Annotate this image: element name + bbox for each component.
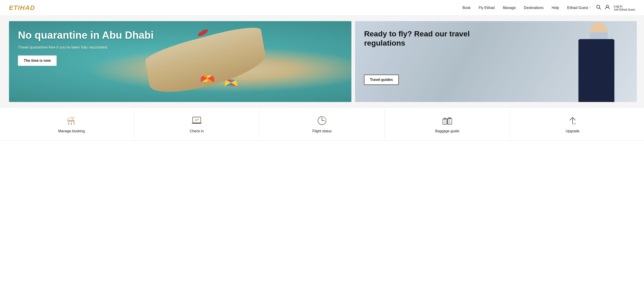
hero-main-cta-button[interactable]: The time is now	[18, 56, 56, 66]
upgrade-icon	[567, 115, 578, 126]
flight-status-label: Flight status	[312, 129, 332, 133]
svg-point-5	[68, 123, 69, 124]
nav-fly-etihad[interactable]: Fly Etihad	[479, 6, 495, 10]
manage-booking-icon	[66, 115, 77, 126]
travel-guides-button[interactable]: Travel guides	[364, 75, 398, 85]
quick-links-section: Manage booking Check in	[0, 107, 644, 141]
main-nav: Book Fly Etihad Manage Destinations Help…	[462, 6, 591, 10]
etihad-logo[interactable]: ETIHAD	[9, 4, 35, 12]
manage-booking-label: Manage booking	[58, 129, 85, 133]
svg-rect-21	[448, 119, 448, 124]
svg-point-7	[71, 124, 72, 124]
site-header: ETIHAD Book Fly Etihad Manage Destinatio…	[0, 0, 644, 16]
nav-book[interactable]: Book	[462, 6, 470, 10]
svg-point-9	[74, 122, 74, 123]
user-icon[interactable]	[605, 5, 610, 11]
quick-link-upgrade[interactable]: Upgrade	[510, 108, 635, 140]
svg-point-23	[574, 123, 576, 124]
nav-manage[interactable]: Manage	[503, 6, 516, 10]
baggage-guide-label: Baggage guide	[435, 129, 460, 133]
header-right: Log in Join Etihad Guest	[596, 5, 635, 11]
flight-status-icon	[316, 115, 328, 126]
hero-side-title: Ready to fly? Read our travel regulation…	[364, 29, 509, 48]
hero-main-title: No quarantine in Abu Dhabi	[18, 29, 196, 41]
hero-main-content: No quarantine in Abu Dhabi Travel quaran…	[9, 21, 352, 102]
quick-link-flight-status[interactable]: Flight status	[260, 108, 385, 140]
check-in-icon	[191, 115, 202, 126]
quick-link-check-in[interactable]: Check in	[134, 108, 260, 140]
svg-rect-19	[448, 118, 451, 119]
upgrade-label: Upgrade	[566, 129, 579, 133]
nav-help[interactable]: Help	[552, 6, 559, 10]
svg-point-2	[606, 5, 608, 8]
svg-line-1	[599, 8, 601, 9]
external-link-icon: ↗	[589, 6, 591, 9]
check-in-label: Check in	[190, 129, 204, 133]
baggage-guide-icon	[442, 115, 453, 126]
quick-link-baggage-guide[interactable]: Baggage guide	[385, 108, 510, 140]
search-icon[interactable]	[596, 5, 601, 11]
hero-side-content: Ready to fly? Read our travel regulation…	[355, 21, 637, 102]
hero-main-subtitle: Travel quarantine-free if you've been fu…	[18, 45, 180, 50]
login-label: Log in	[614, 5, 622, 8]
svg-rect-10	[193, 117, 201, 123]
quick-link-manage-booking[interactable]: Manage booking	[9, 108, 134, 140]
hero-side-banner: Ready to fly? Read our travel regulation…	[355, 21, 637, 102]
login-area[interactable]: Log in Join Etihad Guest	[614, 5, 635, 11]
hero-section: No quarantine in Abu Dhabi Travel quaran…	[0, 16, 644, 107]
hero-main-text: No quarantine in Abu Dhabi Travel quaran…	[18, 29, 342, 66]
join-label: Join Etihad Guest	[614, 8, 635, 11]
nav-destinations[interactable]: Destinations	[524, 6, 544, 10]
nav-etihad-guest[interactable]: Etihad Guest ↗	[567, 6, 591, 10]
hero-main-banner: No quarantine in Abu Dhabi Travel quaran…	[9, 21, 352, 102]
svg-rect-16	[444, 118, 446, 119]
